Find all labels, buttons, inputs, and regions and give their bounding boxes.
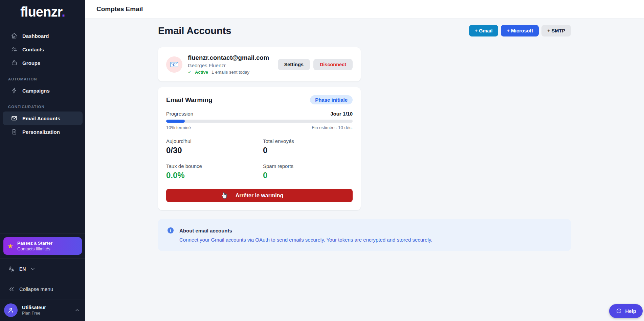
check-icon: ✓ [188,70,192,75]
info-box: i About email accounts Connect your Gmai… [158,219,571,251]
sidebar-item-label: Groups [22,60,40,66]
lightning-icon [11,87,18,94]
email-envelope-icon: E [170,60,179,69]
add-smtp-button[interactable]: + SMTP [541,25,571,36]
account-name: Georges Fluenzr [188,63,269,68]
language-selector[interactable]: EN [0,258,85,279]
user-name: Utilisateur [22,305,46,310]
groups-icon [11,59,18,66]
chat-bubble-icon [616,308,622,314]
contacts-icon [11,46,18,53]
sidebar-item-label: Dashboard [22,33,49,39]
sidebar-section-configuration: CONFIGURATION [0,97,85,112]
stat-spam-reports: Spam reports 0 [263,163,360,180]
progress-bar [166,120,353,123]
percent-complete: 10% terminé [166,125,191,130]
stop-warming-button[interactable]: Arrêter le warming [166,189,353,202]
stat-total-value: 0 [263,146,360,155]
info-icon: i [168,227,174,233]
add-microsoft-button[interactable]: + Microsoft [501,25,539,36]
sidebar-item-label: Contacts [22,47,44,52]
upgrade-title: Passez à Starter [17,241,52,246]
chevron-up-icon [74,307,80,313]
sidebar: fluenzr. Dashboard Contacts Groups AUTOM… [0,0,85,321]
sidebar-item-email-accounts[interactable]: Email Accounts [3,112,83,125]
day-counter: Jour 1/10 [330,111,353,117]
phase-badge: Phase initiale [310,95,353,104]
envelope-icon [11,115,18,122]
main-content: Email Accounts + Gmail + Microsoft + SMT… [85,18,644,321]
topbar: Comptes Email [85,0,644,18]
sidebar-item-campaigns[interactable]: Campaigns [3,84,83,97]
info-body: Connect your Gmail accounts via OAuth to… [179,237,561,243]
sidebar-item-personalization[interactable]: Personalization [3,125,83,139]
avatar [4,303,18,317]
chevron-down-icon [30,266,36,272]
logo-dot: . [62,4,65,19]
person-icon [7,306,15,314]
sidebar-item-label: Personalization [22,129,60,135]
info-title: About email accounts [179,228,232,233]
logo-text: fluenzr [20,4,62,19]
topbar-title: Comptes Email [96,5,143,13]
warming-title: Email Warming [166,96,213,104]
stat-today-value: 0/30 [166,146,263,155]
stat-bounce-value: 0.0% [166,171,263,180]
collapse-menu-button[interactable]: Collapse menu [0,279,85,299]
svg-text:E: E [173,63,175,67]
user-menu[interactable]: Utilisateur Plan Free [0,299,85,321]
stat-bounce-rate: Taux de bounce 0.0% [166,163,263,180]
settings-button[interactable]: Settings [278,59,310,70]
disconnect-button[interactable]: Disconnect [313,59,353,70]
add-gmail-button[interactable]: + Gmail [469,25,498,36]
sidebar-item-contacts[interactable]: Contacts [3,43,83,56]
stat-today: Aujourd'hui 0/30 [166,138,263,155]
upgrade-subtitle: Contacts illimités [17,246,52,251]
upgrade-banner[interactable]: ★ Passez à Starter Contacts illimités [3,237,82,255]
sidebar-section-automation: AUTOMATION [0,70,85,84]
warming-stats: Aujourd'hui 0/30 Total envoyés 0 Taux de… [166,138,353,180]
email-warming-card: Email Warming Phase initiale Progression… [158,87,361,210]
double-chevron-left-icon [8,286,15,293]
status-badge: Active [195,70,208,75]
email-avatar: E [166,56,182,73]
document-icon [11,128,18,135]
translate-icon [8,266,15,272]
user-plan: Plan Free [22,311,46,316]
page-title: Email Accounts [158,25,231,36]
email-account-card: E fluenzr.contact@gmail.com Georges Flue… [158,47,361,81]
logo: fluenzr. [0,0,85,24]
sidebar-nav: Dashboard Contacts Groups AUTOMATION Cam… [0,24,85,233]
sidebar-item-label: Email Accounts [22,116,60,121]
estimated-end: Fin estimée : 10 déc. [312,125,353,130]
collapse-menu-label: Collapse menu [19,286,53,292]
page-header: Email Accounts + Gmail + Microsoft + SMT… [158,25,571,36]
stat-spam-value: 0 [263,171,360,180]
language-code: EN [19,266,26,272]
mouse-cursor-icon [220,192,228,200]
progress-label: Progression [166,111,193,117]
stat-total-sent: Total envoyés 0 [263,138,360,155]
help-label: Help [625,308,636,314]
sidebar-item-label: Campaigns [22,88,50,94]
progress-fill [166,120,185,123]
account-email: fluenzr.contact@gmail.com [188,54,269,61]
help-button[interactable]: Help [609,304,643,318]
sent-info: 1 emails sent today [212,70,249,75]
sidebar-item-groups[interactable]: Groups [3,56,83,70]
sidebar-item-dashboard[interactable]: Dashboard [3,29,83,43]
sidebar-bottom: ★ Passez à Starter Contacts illimités [0,233,85,258]
home-icon [11,32,18,39]
star-icon: ★ [7,242,13,250]
